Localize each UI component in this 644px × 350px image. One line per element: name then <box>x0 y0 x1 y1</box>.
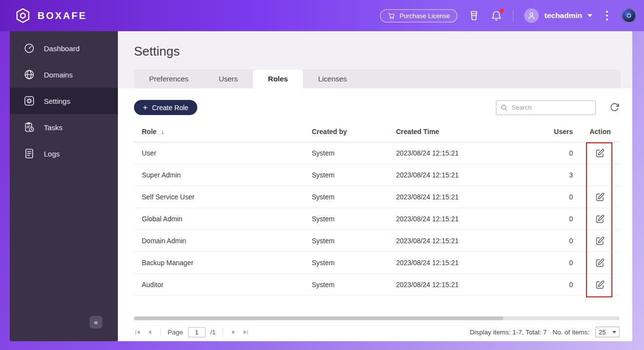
user-menu[interactable]: techadmin <box>524 8 592 23</box>
sidebar-collapse-button[interactable]: « <box>90 316 102 329</box>
page-number-input[interactable] <box>188 327 206 337</box>
sort-desc-icon: ↓ <box>161 128 164 136</box>
edit-pencil-icon <box>595 280 605 290</box>
select-caret-icon <box>612 331 616 333</box>
prev-page-button[interactable] <box>146 329 153 336</box>
account-badge-icon[interactable] <box>622 8 636 23</box>
roles-table: Role ↓ Created by Created Time Users Act… <box>134 121 620 296</box>
horizontal-scrollbar-track[interactable] <box>134 316 620 320</box>
role-cell: Global Admin <box>134 215 312 223</box>
edit-pencil-icon <box>595 148 605 158</box>
sidebar-item-label: Tasks <box>44 123 62 132</box>
users-cell: 0 <box>527 237 581 245</box>
column-created-time: Created Time <box>396 128 527 136</box>
edit-role-button[interactable] <box>595 192 606 202</box>
display-items-text: Display items: 1-7, Total: 7 <box>470 329 547 336</box>
table-row: User System 2023/08/24 12:15:21 0 <box>134 142 620 164</box>
action-cell <box>581 257 620 268</box>
refresh-button[interactable] <box>609 102 620 113</box>
action-cell <box>581 235 620 246</box>
edit-role-button[interactable] <box>595 214 606 224</box>
header-divider <box>513 10 513 21</box>
pagination-bar: Page /1 Display items: 1-7, Total: 7 No.… <box>134 327 620 337</box>
sidebar-item-label: Dashboard <box>44 44 79 53</box>
users-cell: 0 <box>527 259 581 267</box>
sidebar: Dashboard Domains Settings Ta <box>10 31 118 341</box>
edit-role-button[interactable] <box>595 279 606 290</box>
pager-divider <box>160 328 161 336</box>
avatar <box>524 8 539 23</box>
next-page-button[interactable] <box>230 329 237 336</box>
role-cell: User <box>134 149 312 157</box>
app-header: BOXAFE Purchase License <box>0 0 644 31</box>
created-by-cell: System <box>312 149 396 157</box>
sidebar-item-logs[interactable]: Logs <box>10 140 118 167</box>
created-by-cell: System <box>312 171 396 179</box>
role-cell: Domain Admin <box>134 237 312 245</box>
search-box <box>496 100 596 115</box>
created-time-cell: 2023/08/24 12:15:21 <box>396 149 527 157</box>
domains-icon <box>23 69 35 80</box>
created-time-cell: 2023/08/24 12:15:21 <box>396 237 527 245</box>
items-per-page-select[interactable]: 25 <box>595 327 620 337</box>
logs-icon <box>23 148 35 159</box>
kebab-menu-icon[interactable] <box>603 9 611 22</box>
edit-pencil-icon <box>595 214 605 224</box>
column-role[interactable]: Role ↓ <box>134 128 312 136</box>
table-header: Role ↓ Created by Created Time Users Act… <box>134 121 620 142</box>
total-pages-label: /1 <box>210 329 216 336</box>
tab-preferences[interactable]: Preferences <box>134 70 204 88</box>
sidebar-item-dashboard[interactable]: Dashboard <box>10 35 118 61</box>
edit-role-button[interactable] <box>595 235 606 246</box>
users-cell: 0 <box>527 149 581 157</box>
sidebar-item-settings[interactable]: Settings <box>10 88 118 114</box>
items-per-page-value: 25 <box>599 329 606 336</box>
role-cell: Super Admin <box>134 171 312 179</box>
first-page-button[interactable] <box>134 329 141 336</box>
page-label: Page <box>168 329 183 336</box>
brand-name: BOXAFE <box>38 10 87 21</box>
sidebar-item-tasks[interactable]: Tasks <box>10 114 118 140</box>
tab-roles[interactable]: Roles <box>253 70 303 88</box>
created-time-cell: 2023/08/24 12:15:21 <box>396 259 527 267</box>
notifications-bell-icon[interactable] <box>491 10 502 21</box>
create-role-button[interactable]: + Create Role <box>134 100 197 115</box>
column-action: Action <box>581 128 620 136</box>
page-title: Settings <box>134 44 621 59</box>
created-by-cell: System <box>312 281 396 289</box>
items-count-label: No. of items: <box>552 329 589 336</box>
users-cell: 0 <box>527 215 581 223</box>
sidebar-item-domains[interactable]: Domains <box>10 61 118 88</box>
search-input[interactable] <box>511 104 591 111</box>
refresh-icon <box>609 102 620 113</box>
task-queue-icon[interactable] <box>468 10 480 21</box>
table-body: User System 2023/08/24 12:15:21 0 Super … <box>134 142 620 296</box>
purchase-license-button[interactable]: Purchase License <box>380 9 457 22</box>
created-time-cell: 2023/08/24 12:15:21 <box>396 193 527 201</box>
tab-users[interactable]: Users <box>204 70 253 88</box>
last-page-button[interactable] <box>242 329 249 336</box>
created-by-cell: System <box>312 193 396 201</box>
action-cell <box>581 192 620 202</box>
horizontal-scrollbar-thumb[interactable] <box>134 316 503 320</box>
role-cell: Backup Manager <box>134 259 312 267</box>
created-time-cell: 2023/08/24 12:15:21 <box>396 171 527 179</box>
column-created-by: Created by <box>312 128 396 136</box>
created-time-cell: 2023/08/24 12:15:21 <box>396 215 527 223</box>
chevron-down-icon <box>587 14 592 17</box>
create-role-label: Create Role <box>152 104 189 112</box>
search-icon <box>500 104 508 112</box>
action-cell <box>581 214 620 224</box>
users-cell: 3 <box>527 171 581 179</box>
edit-role-button[interactable] <box>595 148 606 158</box>
table-row: Self Service User System 2023/08/24 12:1… <box>134 186 620 208</box>
table-row: Global Admin System 2023/08/24 12:15:21 … <box>134 208 620 230</box>
dashboard-icon <box>23 42 35 54</box>
tab-licenses[interactable]: Licenses <box>303 70 362 88</box>
sidebar-item-label: Domains <box>44 71 73 79</box>
tab-bar: Preferences Users Roles Licenses <box>134 70 621 88</box>
edit-pencil-icon <box>595 258 605 268</box>
edit-role-button[interactable] <box>595 257 606 268</box>
cart-icon <box>388 12 395 19</box>
table-row: Backup Manager System 2023/08/24 12:15:2… <box>134 252 620 274</box>
